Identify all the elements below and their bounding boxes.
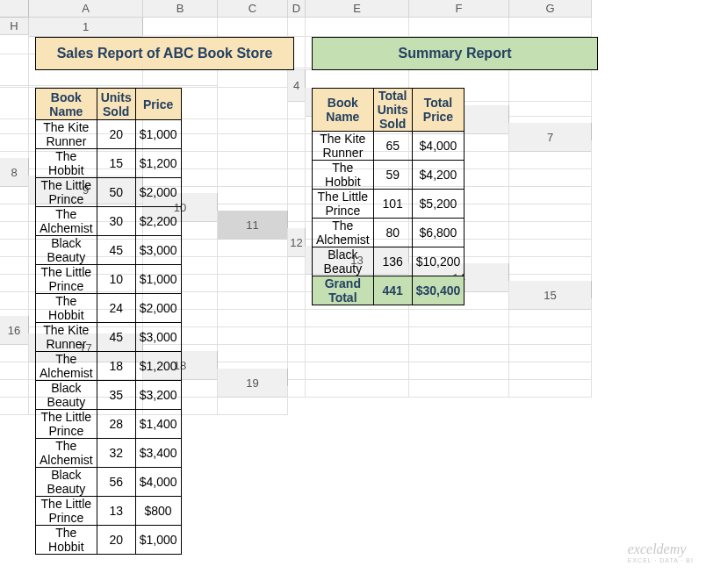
sales-cell-price[interactable]: $2,000 <box>135 294 181 323</box>
col-header-H[interactable]: H <box>0 18 29 35</box>
sales-cell-price[interactable]: $3,200 <box>135 381 181 410</box>
summary-header-book[interactable]: Book Name <box>313 89 374 132</box>
sales-cell-book[interactable]: The Kite Runner <box>36 120 97 149</box>
sales-cell-units[interactable]: 24 <box>97 294 135 323</box>
sales-cell-book[interactable]: Black Beauty <box>36 236 97 265</box>
cell-B19[interactable] <box>306 369 409 398</box>
summary-cell-units[interactable]: 136 <box>373 247 412 276</box>
col-header-F[interactable]: F <box>409 0 509 18</box>
sales-cell-units[interactable]: 45 <box>97 236 135 265</box>
sales-cell-units[interactable]: 28 <box>97 410 135 439</box>
col-header-D[interactable]: D <box>288 0 306 18</box>
col-header-E[interactable]: E <box>306 0 409 18</box>
cell-G1[interactable] <box>0 35 29 54</box>
sales-header-units[interactable]: Units Sold <box>97 89 135 120</box>
summary-cell-book[interactable]: The Little Prince <box>313 190 374 219</box>
sales-cell-price[interactable]: $800 <box>135 497 181 526</box>
sales-cell-price[interactable]: $4,000 <box>135 468 181 497</box>
summary-cell-book[interactable]: The Hobbit <box>313 161 374 190</box>
cell-F1[interactable] <box>509 18 592 37</box>
sales-cell-book[interactable]: The Alchemist <box>36 439 97 468</box>
cell-B1[interactable] <box>218 18 288 37</box>
summary-header-units[interactable]: Total Units Sold <box>373 89 412 132</box>
sales-cell-units[interactable]: 32 <box>97 439 135 468</box>
cell-D19[interactable] <box>509 369 592 398</box>
sales-cell-units[interactable]: 20 <box>97 526 135 555</box>
cell-F3[interactable] <box>29 70 143 88</box>
sales-cell-units[interactable]: 13 <box>97 497 135 526</box>
sales-cell-book[interactable]: The Kite Runner <box>36 323 97 352</box>
cell-G3[interactable] <box>143 70 218 88</box>
cell-A19[interactable] <box>288 369 306 398</box>
sales-cell-price[interactable]: $3,000 <box>135 323 181 352</box>
sales-cell-units[interactable]: 50 <box>97 178 135 207</box>
summary-header-price[interactable]: Total Price <box>412 89 465 132</box>
table-row: The Hobbit59$4,200 <box>313 161 465 190</box>
sales-cell-book[interactable]: The Hobbit <box>36 149 97 178</box>
cell-E19[interactable] <box>0 386 29 415</box>
sales-cell-book[interactable]: The Little Prince <box>36 178 97 207</box>
summary-cell-book[interactable]: The Kite Runner <box>313 132 374 161</box>
col-header-B[interactable]: B <box>143 0 218 18</box>
sales-cell-price[interactable]: $1,000 <box>135 120 181 149</box>
grand-total-units[interactable]: 441 <box>373 276 412 305</box>
sales-cell-book[interactable]: The Hobbit <box>36 526 97 555</box>
grand-total-price[interactable]: $30,400 <box>412 276 465 305</box>
sales-cell-price[interactable]: $1,200 <box>135 149 181 178</box>
table-row: The Kite Runner65$4,000 <box>313 132 465 161</box>
sales-table: Book Name Units Sold Price The Kite Runn… <box>35 88 182 555</box>
summary-cell-price[interactable]: $6,800 <box>412 219 465 247</box>
sales-cell-units[interactable]: 15 <box>97 149 135 178</box>
table-row: Black Beauty56$4,000 <box>36 468 182 497</box>
sales-header-price[interactable]: Price <box>135 89 181 120</box>
summary-cell-units[interactable]: 101 <box>373 190 412 219</box>
sales-header-book[interactable]: Book Name <box>36 89 97 120</box>
cell-C1[interactable] <box>288 18 306 37</box>
sales-cell-price[interactable]: $1,200 <box>135 352 181 381</box>
cell-H3[interactable] <box>218 70 288 88</box>
sales-cell-book[interactable]: The Little Prince <box>36 265 97 294</box>
sales-cell-book[interactable]: The Little Prince <box>36 410 97 439</box>
row-header-1[interactable]: 1 <box>29 18 143 37</box>
sales-cell-units[interactable]: 30 <box>97 207 135 236</box>
sales-cell-price[interactable]: $2,200 <box>135 207 181 236</box>
sales-cell-price[interactable]: $1,400 <box>135 410 181 439</box>
sales-cell-book[interactable]: The Alchemist <box>36 352 97 381</box>
sales-cell-price[interactable]: $1,000 <box>135 526 181 555</box>
sales-cell-units[interactable]: 35 <box>97 381 135 410</box>
grand-total-label[interactable]: Grand Total <box>313 276 374 305</box>
col-header-A[interactable]: A <box>29 0 143 18</box>
col-header-C[interactable]: C <box>218 0 288 18</box>
sales-cell-price[interactable]: $3,000 <box>135 236 181 265</box>
sales-cell-units[interactable]: 56 <box>97 468 135 497</box>
cell-E1[interactable] <box>409 18 509 37</box>
summary-cell-units[interactable]: 65 <box>373 132 412 161</box>
cell-D1[interactable] <box>306 18 409 37</box>
summary-cell-price[interactable]: $4,200 <box>412 161 465 190</box>
cell-C19[interactable] <box>409 369 509 398</box>
sales-cell-price[interactable]: $1,000 <box>135 265 181 294</box>
sales-cell-units[interactable]: 45 <box>97 323 135 352</box>
cell-H19[interactable] <box>218 386 288 415</box>
sales-cell-book[interactable]: Black Beauty <box>36 468 97 497</box>
sales-cell-book[interactable]: The Little Prince <box>36 497 97 526</box>
summary-cell-units[interactable]: 59 <box>373 161 412 190</box>
sales-cell-units[interactable]: 20 <box>97 120 135 149</box>
cell-A1[interactable] <box>143 18 218 37</box>
sales-cell-price[interactable]: $2,000 <box>135 178 181 207</box>
table-row: The Hobbit15$1,200 <box>36 149 182 178</box>
summary-cell-units[interactable]: 80 <box>373 219 412 247</box>
summary-cell-book[interactable]: Black Beauty <box>313 247 374 276</box>
col-header-G[interactable]: G <box>509 0 592 18</box>
summary-cell-price[interactable]: $5,200 <box>412 190 465 219</box>
summary-cell-book[interactable]: The Alchemist <box>313 219 374 247</box>
summary-cell-price[interactable]: $4,000 <box>412 132 465 161</box>
sales-cell-price[interactable]: $3,400 <box>135 439 181 468</box>
summary-cell-price[interactable]: $10,200 <box>412 247 465 276</box>
sales-cell-book[interactable]: The Hobbit <box>36 294 97 323</box>
sales-cell-units[interactable]: 18 <box>97 352 135 381</box>
sales-cell-units[interactable]: 10 <box>97 265 135 294</box>
cell-E3[interactable] <box>0 70 29 88</box>
sales-cell-book[interactable]: The Alchemist <box>36 207 97 236</box>
sales-cell-book[interactable]: Black Beauty <box>36 381 97 410</box>
